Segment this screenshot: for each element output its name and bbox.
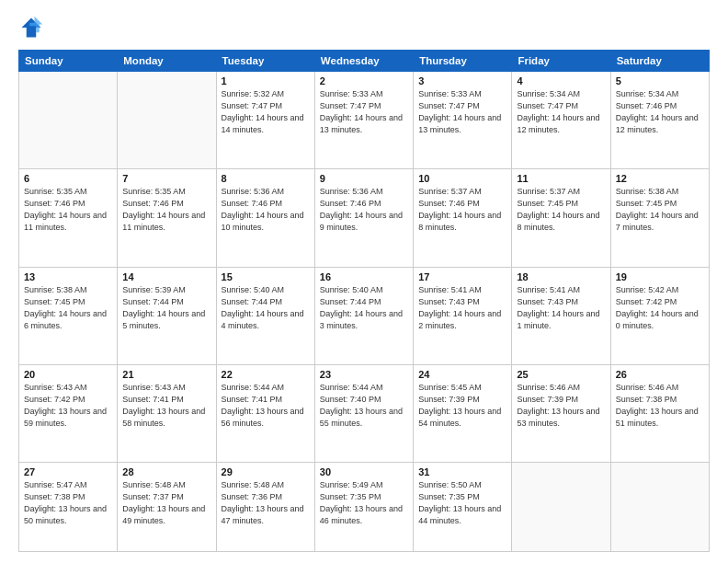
day-info: Sunrise: 5:32 AM Sunset: 7:47 PM Dayligh… <box>222 88 310 136</box>
calendar-cell <box>118 72 216 169</box>
calendar-cell: 9Sunrise: 5:36 AM Sunset: 7:46 PM Daylig… <box>314 169 413 267</box>
calendar-cell: 3Sunrise: 5:33 AM Sunset: 7:47 PM Daylig… <box>414 72 512 169</box>
calendar-cell: 30Sunrise: 5:49 AM Sunset: 7:35 PM Dayli… <box>314 463 413 552</box>
day-info: Sunrise: 5:47 AM Sunset: 7:38 PM Dayligh… <box>24 479 112 527</box>
calendar-cell: 8Sunrise: 5:36 AM Sunset: 7:46 PM Daylig… <box>216 169 314 267</box>
day-number: 7 <box>122 173 210 184</box>
calendar-cell: 23Sunrise: 5:44 AM Sunset: 7:40 PM Dayli… <box>314 364 413 462</box>
logo <box>18 15 48 40</box>
calendar-cell: 6Sunrise: 5:35 AM Sunset: 7:46 PM Daylig… <box>19 169 118 267</box>
calendar-cell: 21Sunrise: 5:43 AM Sunset: 7:41 PM Dayli… <box>118 364 216 462</box>
calendar-cell: 10Sunrise: 5:37 AM Sunset: 7:46 PM Dayli… <box>414 169 512 267</box>
calendar-cell <box>512 463 610 552</box>
day-info: Sunrise: 5:44 AM Sunset: 7:41 PM Dayligh… <box>222 382 310 430</box>
day-number: 27 <box>24 466 112 477</box>
calendar-cell <box>610 463 709 552</box>
calendar-cell: 12Sunrise: 5:38 AM Sunset: 7:45 PM Dayli… <box>610 169 709 267</box>
day-info: Sunrise: 5:37 AM Sunset: 7:45 PM Dayligh… <box>517 186 605 234</box>
day-number: 22 <box>222 369 310 380</box>
day-number: 8 <box>222 173 310 184</box>
header <box>18 15 710 40</box>
day-number: 18 <box>517 271 605 282</box>
calendar-cell: 7Sunrise: 5:35 AM Sunset: 7:46 PM Daylig… <box>118 169 216 267</box>
day-number: 24 <box>418 369 506 380</box>
week-row-5: 27Sunrise: 5:47 AM Sunset: 7:38 PM Dayli… <box>19 463 710 552</box>
day-info: Sunrise: 5:45 AM Sunset: 7:39 PM Dayligh… <box>418 382 506 430</box>
day-info: Sunrise: 5:49 AM Sunset: 7:35 PM Dayligh… <box>320 479 408 527</box>
weekday-header-tuesday: Tuesday <box>216 51 314 72</box>
day-number: 10 <box>418 173 506 184</box>
calendar-cell: 20Sunrise: 5:43 AM Sunset: 7:42 PM Dayli… <box>19 364 118 462</box>
day-number: 5 <box>616 75 704 86</box>
day-info: Sunrise: 5:38 AM Sunset: 7:45 PM Dayligh… <box>616 186 704 234</box>
day-info: Sunrise: 5:33 AM Sunset: 7:47 PM Dayligh… <box>418 88 506 136</box>
day-number: 6 <box>24 173 112 184</box>
week-row-1: 1Sunrise: 5:32 AM Sunset: 7:47 PM Daylig… <box>19 72 710 169</box>
day-number: 23 <box>320 369 408 380</box>
day-info: Sunrise: 5:43 AM Sunset: 7:42 PM Dayligh… <box>24 382 112 430</box>
day-number: 17 <box>418 271 506 282</box>
day-info: Sunrise: 5:40 AM Sunset: 7:44 PM Dayligh… <box>320 284 408 332</box>
calendar-cell: 28Sunrise: 5:48 AM Sunset: 7:37 PM Dayli… <box>118 463 216 552</box>
day-info: Sunrise: 5:41 AM Sunset: 7:43 PM Dayligh… <box>418 284 506 332</box>
weekday-header-saturday: Saturday <box>610 51 709 72</box>
calendar-table: SundayMondayTuesdayWednesdayThursdayFrid… <box>18 50 710 552</box>
day-number: 14 <box>122 271 210 282</box>
day-number: 29 <box>222 466 310 477</box>
day-info: Sunrise: 5:46 AM Sunset: 7:38 PM Dayligh… <box>616 382 704 430</box>
calendar-cell: 26Sunrise: 5:46 AM Sunset: 7:38 PM Dayli… <box>610 364 709 462</box>
day-info: Sunrise: 5:48 AM Sunset: 7:37 PM Dayligh… <box>122 479 210 527</box>
day-number: 26 <box>616 369 704 380</box>
day-number: 3 <box>418 75 506 86</box>
calendar-cell: 24Sunrise: 5:45 AM Sunset: 7:39 PM Dayli… <box>414 364 512 462</box>
day-info: Sunrise: 5:36 AM Sunset: 7:46 PM Dayligh… <box>320 186 408 234</box>
day-number: 1 <box>222 75 310 86</box>
weekday-header-monday: Monday <box>118 51 216 72</box>
calendar-cell: 31Sunrise: 5:50 AM Sunset: 7:35 PM Dayli… <box>414 463 512 552</box>
day-number: 21 <box>122 369 210 380</box>
week-row-3: 13Sunrise: 5:38 AM Sunset: 7:45 PM Dayli… <box>19 267 710 364</box>
day-info: Sunrise: 5:43 AM Sunset: 7:41 PM Dayligh… <box>122 382 210 430</box>
day-number: 30 <box>320 466 408 477</box>
week-row-2: 6Sunrise: 5:35 AM Sunset: 7:46 PM Daylig… <box>19 169 710 267</box>
day-info: Sunrise: 5:36 AM Sunset: 7:46 PM Dayligh… <box>222 186 310 234</box>
day-number: 19 <box>616 271 704 282</box>
day-number: 15 <box>222 271 310 282</box>
day-number: 12 <box>616 173 704 184</box>
weekday-header-row: SundayMondayTuesdayWednesdayThursdayFrid… <box>19 51 710 72</box>
day-number: 2 <box>320 75 408 86</box>
day-info: Sunrise: 5:40 AM Sunset: 7:44 PM Dayligh… <box>222 284 310 332</box>
week-row-4: 20Sunrise: 5:43 AM Sunset: 7:42 PM Dayli… <box>19 364 710 462</box>
page: SundayMondayTuesdayWednesdayThursdayFrid… <box>0 0 728 563</box>
day-info: Sunrise: 5:39 AM Sunset: 7:44 PM Dayligh… <box>122 284 210 332</box>
day-info: Sunrise: 5:41 AM Sunset: 7:43 PM Dayligh… <box>517 284 605 332</box>
day-info: Sunrise: 5:48 AM Sunset: 7:36 PM Dayligh… <box>222 479 310 527</box>
day-number: 9 <box>320 173 408 184</box>
calendar-cell: 22Sunrise: 5:44 AM Sunset: 7:41 PM Dayli… <box>216 364 314 462</box>
calendar-cell: 16Sunrise: 5:40 AM Sunset: 7:44 PM Dayli… <box>314 267 413 364</box>
day-number: 4 <box>517 75 605 86</box>
weekday-header-wednesday: Wednesday <box>314 51 413 72</box>
day-number: 25 <box>517 369 605 380</box>
day-number: 11 <box>517 173 605 184</box>
calendar-cell: 27Sunrise: 5:47 AM Sunset: 7:38 PM Dayli… <box>19 463 118 552</box>
calendar-cell: 14Sunrise: 5:39 AM Sunset: 7:44 PM Dayli… <box>118 267 216 364</box>
day-number: 16 <box>320 271 408 282</box>
calendar-cell: 25Sunrise: 5:46 AM Sunset: 7:39 PM Dayli… <box>512 364 610 462</box>
day-number: 13 <box>24 271 112 282</box>
day-number: 28 <box>122 466 210 477</box>
day-info: Sunrise: 5:50 AM Sunset: 7:35 PM Dayligh… <box>418 479 506 527</box>
calendar-cell: 11Sunrise: 5:37 AM Sunset: 7:45 PM Dayli… <box>512 169 610 267</box>
day-info: Sunrise: 5:34 AM Sunset: 7:47 PM Dayligh… <box>517 88 605 136</box>
day-info: Sunrise: 5:42 AM Sunset: 7:42 PM Dayligh… <box>616 284 704 332</box>
day-info: Sunrise: 5:34 AM Sunset: 7:46 PM Dayligh… <box>616 88 704 136</box>
day-info: Sunrise: 5:46 AM Sunset: 7:39 PM Dayligh… <box>517 382 605 430</box>
day-number: 20 <box>24 369 112 380</box>
weekday-header-sunday: Sunday <box>19 51 118 72</box>
calendar-cell: 17Sunrise: 5:41 AM Sunset: 7:43 PM Dayli… <box>414 267 512 364</box>
day-info: Sunrise: 5:35 AM Sunset: 7:46 PM Dayligh… <box>24 186 112 234</box>
day-info: Sunrise: 5:37 AM Sunset: 7:46 PM Dayligh… <box>418 186 506 234</box>
calendar-cell: 4Sunrise: 5:34 AM Sunset: 7:47 PM Daylig… <box>512 72 610 169</box>
day-number: 31 <box>418 466 506 477</box>
weekday-header-friday: Friday <box>512 51 610 72</box>
